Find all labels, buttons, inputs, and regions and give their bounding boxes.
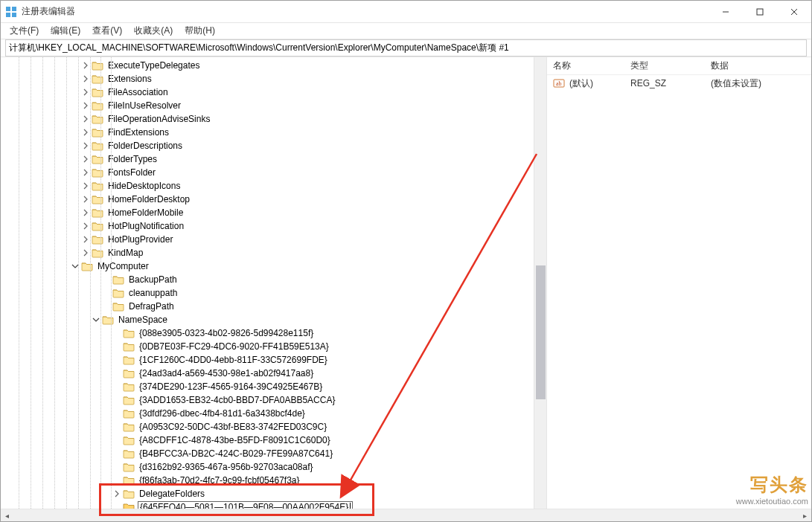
tree-node[interactable]: HomeFolderDesktop — [1, 193, 534, 206]
tree-node[interactable]: FileAssociation — [1, 86, 534, 99]
expand-toggle[interactable] — [81, 208, 90, 217]
tree-label[interactable]: ExecuteTypeDelegates — [106, 60, 201, 71]
minimize-button[interactable] — [709, 1, 743, 22]
tree-node[interactable]: KindMap — [1, 246, 534, 260]
tree-node[interactable]: {088e3905-0323-4b02-9826-5d99428e115f} — [1, 326, 534, 340]
expand-toggle[interactable] — [81, 155, 90, 164]
tree-label[interactable]: {088e3905-0323-4b02-9826-5d99428e115f} — [138, 328, 315, 338]
tree-label[interactable]: KindMap — [106, 248, 144, 258]
tree-label[interactable]: FolderDescriptions — [106, 141, 184, 151]
tree-node[interactable]: cleanuppath — [1, 286, 534, 300]
tree-label[interactable]: FolderTypes — [106, 154, 159, 164]
col-type[interactable]: 类型 — [630, 59, 711, 72]
expand-toggle[interactable] — [81, 248, 90, 257]
tree-label[interactable]: {0DB7E03F-FC29-4DC6-9020-FF41B59E513A} — [138, 341, 330, 352]
tree-label[interactable]: FileOperationAdviseSinks — [106, 114, 211, 124]
tree-label[interactable]: HotPlugNotification — [106, 221, 185, 231]
tree-label[interactable]: {f86fa3ab-70d2-4fc7-9c99-fcbf05467f3a} — [138, 475, 301, 486]
tree-label[interactable]: {3ADD1653-EB32-4cb0-BBD7-DFA0ABB5ACCA} — [138, 395, 336, 405]
tree-node[interactable]: {A0953C92-50DC-43bf-BE83-3742FED03C9C} — [1, 420, 534, 434]
expand-toggle[interactable] — [81, 61, 90, 70]
tree-node[interactable]: FileInUseResolver — [1, 99, 534, 112]
tree-label[interactable]: {24ad3ad4-a569-4530-98e1-ab02f9417aa8} — [138, 368, 315, 378]
hscroll-right[interactable]: ▸ — [799, 509, 811, 522]
tree-node[interactable]: {3ADD1653-EB32-4cb0-BBD7-DFA0ABB5ACCA} — [1, 393, 534, 407]
tree-node[interactable]: {A8CDFF1C-4878-43be-B5FD-F8091C1C60D0} — [1, 434, 534, 447]
tree-node[interactable]: DelegateFolders — [1, 487, 534, 500]
tree-node[interactable]: {0DB7E03F-FC29-4DC6-9020-FF41B59E513A} — [1, 340, 534, 353]
expand-toggle[interactable] — [81, 235, 90, 244]
tree-label[interactable]: HideDesktopIcons — [106, 181, 182, 191]
tree-label[interactable]: {A8CDFF1C-4878-43be-B5FD-F8091C1C60D0} — [138, 435, 332, 445]
collapse-toggle[interactable] — [92, 315, 100, 324]
tree-label[interactable]: NameSpace — [117, 315, 169, 325]
tree-node[interactable]: MyComputer — [1, 260, 534, 273]
tree-label[interactable]: {374DE290-123F-4565-9164-39C4925E467B} — [138, 381, 324, 392]
tree-node[interactable]: NameSpace — [1, 313, 534, 326]
collapse-toggle[interactable] — [71, 262, 80, 271]
tree-node[interactable]: FindExtensions — [1, 126, 534, 139]
menu-file[interactable]: 文件(F) — [4, 23, 45, 39]
expand-toggle[interactable] — [81, 128, 90, 137]
tree-node[interactable]: DefragPath — [1, 300, 534, 313]
tree-node[interactable]: {645FFO40—5081—101B—9F08—00AA002F954E} — [1, 500, 534, 509]
tree-label[interactable]: {A0953C92-50DC-43bf-BE83-3742FED03C9C} — [138, 422, 328, 432]
tree-node[interactable]: FileOperationAdviseSinks — [1, 112, 534, 126]
tree-node[interactable]: {374DE290-123F-4565-9164-39C4925E467B} — [1, 380, 534, 393]
tree-label[interactable]: {B4BFCC3A-DB2C-424C-B029-7FE99A87C641} — [138, 448, 334, 459]
tree-label[interactable]: FileInUseResolver — [106, 100, 182, 111]
tree-label[interactable]: Extensions — [106, 74, 153, 84]
tree-node[interactable]: HomeFolderMobile — [1, 206, 534, 219]
tree-label[interactable]: FontsFolder — [106, 167, 157, 178]
tree-node[interactable]: FontsFolder — [1, 166, 534, 179]
tree-label[interactable]: BackupPath — [127, 274, 179, 285]
tree-node[interactable]: HideDesktopIcons — [1, 179, 534, 193]
tree-label[interactable]: DefragPath — [127, 301, 176, 312]
scrollbar-thumb[interactable] — [536, 265, 546, 399]
tree-node[interactable]: HotPlugNotification — [1, 219, 534, 233]
tree-scrollbar[interactable] — [534, 57, 546, 509]
tree-label[interactable]: HomeFolderDesktop — [106, 194, 191, 204]
expand-toggle[interactable] — [81, 222, 90, 231]
tree-node[interactable]: {1CF1260C-4DD0-4ebb-811F-33C572699FDE} — [1, 353, 534, 367]
col-data[interactable]: 数据 — [711, 59, 811, 72]
tree-node[interactable]: FolderTypes — [1, 152, 534, 166]
tree-node[interactable]: {3dfdf296-dbec-4fb4-81d1-6a3438bcf4de} — [1, 407, 534, 420]
menu-edit[interactable]: 编辑(E) — [45, 23, 86, 39]
tree-label[interactable]: DelegateFolders — [138, 489, 206, 499]
tree-label[interactable]: cleanuppath — [127, 288, 179, 298]
expand-toggle[interactable] — [81, 74, 90, 83]
tree-label[interactable]: HotPlugProvider — [106, 234, 174, 245]
tree-hscroll[interactable]: ◂ ▸ — [1, 509, 811, 521]
expand-toggle[interactable] — [81, 195, 90, 204]
registry-tree[interactable]: ExecuteTypeDelegatesExtensionsFileAssoci… — [1, 57, 534, 509]
menu-view[interactable]: 查看(V) — [86, 23, 128, 39]
tree-node[interactable]: ExecuteTypeDelegates — [1, 59, 534, 72]
tree-node[interactable]: {24ad3ad4-a569-4530-98e1-ab02f9417aa8} — [1, 367, 534, 380]
menu-help[interactable]: 帮助(H) — [179, 23, 221, 39]
tree-label[interactable]: MyComputer — [96, 261, 150, 271]
expand-toggle[interactable] — [81, 101, 90, 110]
col-name[interactable]: 名称 — [553, 59, 630, 72]
tree-label[interactable]: {1CF1260C-4DD0-4ebb-811F-33C572699FDE} — [138, 355, 329, 365]
value-row[interactable]: ab (默认) REG_SZ (数值未设置) — [547, 75, 811, 91]
close-button[interactable] — [777, 1, 811, 22]
expand-toggle[interactable] — [81, 88, 90, 97]
menu-favorites[interactable]: 收藏夹(A) — [128, 23, 179, 39]
maximize-button[interactable] — [743, 1, 777, 22]
tree-node[interactable]: HotPlugProvider — [1, 233, 534, 246]
tree-node[interactable]: Extensions — [1, 72, 534, 86]
expand-toggle[interactable] — [81, 141, 90, 150]
tree-node[interactable]: {B4BFCC3A-DB2C-424C-B029-7FE99A87C641} — [1, 447, 534, 460]
tree-label[interactable]: {3dfdf296-dbec-4fb4-81d1-6a3438bcf4de} — [138, 408, 307, 419]
expand-toggle[interactable] — [81, 168, 90, 177]
expand-toggle[interactable] — [112, 489, 121, 498]
hscroll-left[interactable]: ◂ — [1, 509, 13, 522]
address-input[interactable]: 计算机\HKEY_LOCAL_MACHINE\SOFTWARE\Microsof… — [5, 39, 807, 57]
tree-node[interactable]: FolderDescriptions — [1, 139, 534, 152]
expand-toggle[interactable] — [81, 181, 90, 190]
expand-toggle[interactable] — [81, 115, 90, 123]
tree-node[interactable]: {f86fa3ab-70d2-4fc7-9c99-fcbf05467f3a} — [1, 474, 534, 487]
tree-label[interactable]: FileAssociation — [106, 87, 170, 97]
tree-label[interactable]: HomeFolderMobile — [106, 207, 185, 218]
